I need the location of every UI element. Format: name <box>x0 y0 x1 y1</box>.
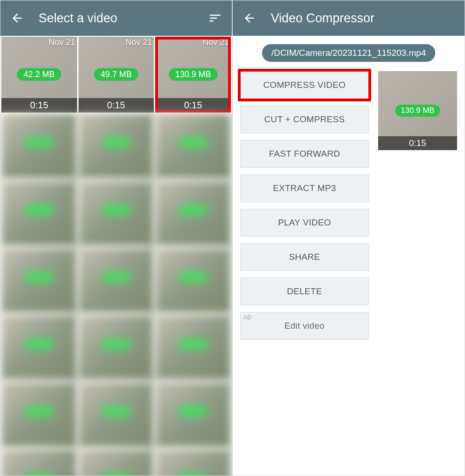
video-compressor-screen: Video Compressor /DCIM/Camera/20231121_1… <box>233 0 465 476</box>
back-arrow-icon[interactable] <box>9 10 26 26</box>
video-preview[interactable]: 130.9 MB 0:15 <box>378 71 457 150</box>
compress-video-button[interactable]: COMPRESS VIDEO <box>240 71 369 99</box>
sort-icon[interactable] <box>207 10 223 26</box>
appbar-title-right: Video Compressor <box>271 11 456 26</box>
delete-button[interactable]: DELETE <box>240 278 369 305</box>
play-video-button[interactable]: PLAY VIDEO <box>240 209 369 237</box>
cut-compress-button[interactable]: CUT + COMPRESS <box>240 106 369 133</box>
extract-mp3-button[interactable]: EXTRACT MP3 <box>240 174 369 202</box>
video-duration: 0:15 <box>79 98 154 112</box>
video-size: 130.9 MB <box>169 68 217 81</box>
video-grid-blurred <box>0 113 232 476</box>
appbar-left: Select a video <box>0 0 232 36</box>
video-duration: 0:15 <box>1 98 77 112</box>
video-date: Nov 21 <box>203 38 229 47</box>
video-thumb[interactable]: Nov 21 42.2 MB 0:15 <box>1 37 77 112</box>
video-duration: 0:15 <box>155 98 231 112</box>
back-arrow-icon[interactable] <box>241 10 258 26</box>
appbar-title-left: Select a video <box>39 11 194 26</box>
select-video-screen: Select a video Nov 21 42.2 MB 0:15 Nov 2… <box>0 0 233 476</box>
video-size: 49.7 MB <box>94 68 138 81</box>
video-date: Nov 21 <box>49 38 75 47</box>
ad-label: AD <box>243 314 251 321</box>
video-date: Nov 21 <box>125 38 152 47</box>
video-thumb[interactable]: Nov 21 49.7 MB 0:15 <box>79 37 154 112</box>
edit-video-label: Edit video <box>284 321 324 331</box>
preview-duration: 0:15 <box>378 136 457 150</box>
preview-size: 130.9 MB <box>395 105 440 117</box>
action-buttons: COMPRESS VIDEO CUT + COMPRESS FAST FORWA… <box>240 71 369 340</box>
fast-forward-button[interactable]: FAST FORWARD <box>240 140 369 168</box>
video-thumb-selected[interactable]: Nov 21 130.9 MB 0:15 <box>155 37 231 112</box>
edit-video-ad-button[interactable]: AD Edit video <box>240 312 369 340</box>
video-size: 42.2 MB <box>17 68 61 81</box>
appbar-right: Video Compressor <box>233 0 465 36</box>
file-path: /DCIM/Camera/20231121_115203.mp4 <box>262 44 435 62</box>
share-button[interactable]: SHARE <box>240 243 369 271</box>
video-grid-top: Nov 21 42.2 MB 0:15 Nov 21 49.7 MB 0:15 … <box>0 36 232 113</box>
